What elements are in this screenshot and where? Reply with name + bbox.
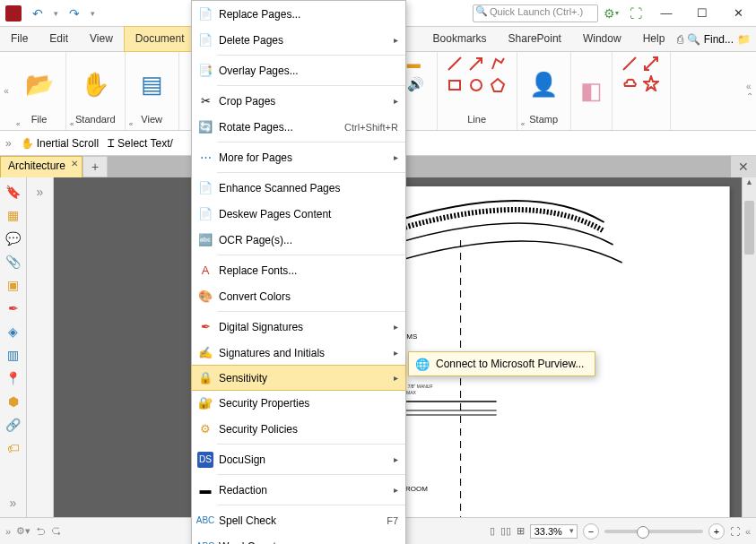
menu-rotate-pages[interactable]: 🔄Rotate Pages...Ctrl+Shift+R	[192, 114, 405, 140]
menu-sensitivity[interactable]: 🔒Sensitivity▸	[191, 365, 406, 391]
fields-icon[interactable]: ▣	[4, 276, 22, 294]
scrollbar-thumb[interactable]	[744, 201, 754, 255]
menu-document[interactable]: Document	[124, 26, 196, 52]
quick-launch-input[interactable]: Quick Launch (Ctrl+.)	[473, 4, 598, 22]
menu-security-policies[interactable]: ⚙Security Policies	[192, 416, 405, 442]
toolstrip-chevron[interactable]: »	[5, 137, 12, 150]
circle-icon[interactable]	[468, 77, 484, 93]
arrow-icon[interactable]	[468, 56, 484, 72]
options-chevron[interactable]: »	[31, 183, 49, 201]
sb-fit-icon[interactable]: ⛶	[730, 526, 740, 537]
ui-options-icon[interactable]: ⚙▾	[601, 4, 621, 23]
menu-word-count[interactable]: ABCWord Count	[192, 533, 405, 544]
menu-spell-check[interactable]: ABCSpell CheckF7	[192, 507, 405, 533]
menu-replace-fonts[interactable]: AReplace Fonts...	[192, 257, 405, 283]
sb-nav-next[interactable]: ⮎	[51, 526, 61, 537]
maximize-button[interactable]: ☐	[684, 1, 720, 26]
nav-prev-icon[interactable]: ⎙	[677, 33, 683, 46]
find-label[interactable]: Find...	[704, 33, 734, 46]
expand-icon[interactable]: ⛶	[626, 4, 646, 23]
menu-security-properties[interactable]: 🔐Security Properties	[192, 390, 405, 416]
zoom-slider[interactable]	[604, 530, 703, 533]
pencil-line-icon[interactable]	[621, 56, 638, 72]
ribbon-collapse[interactable]: «⌃	[743, 52, 756, 130]
menu-deskew[interactable]: 📄Deskew Pages Content	[192, 201, 405, 227]
minimize-button[interactable]: —	[648, 1, 684, 26]
ribbon-group-stamp[interactable]: 👤 Stamp «	[517, 52, 571, 130]
sb-layout1-icon[interactable]: ▯	[490, 525, 495, 537]
thumbnails-icon[interactable]: ▦	[4, 206, 22, 224]
sb-options[interactable]: »	[5, 526, 11, 537]
more-panels[interactable]: »	[4, 494, 22, 512]
links-icon[interactable]: 🔗	[4, 416, 22, 434]
redo-button[interactable]: ↷	[64, 4, 85, 22]
content-icon[interactable]: ▥	[4, 346, 22, 364]
menu-delete-pages[interactable]: 📄Delete Pages▸	[192, 27, 405, 53]
ribbon-group-file[interactable]: 📂 File «	[13, 52, 66, 130]
menu-more-for-pages[interactable]: ⋯More for Pages▸	[192, 144, 405, 170]
burst-icon[interactable]	[643, 75, 659, 91]
new-tab-button[interactable]: +	[83, 156, 108, 177]
sb-gear-icon[interactable]: ⚙▾	[16, 525, 30, 537]
undo-button[interactable]: ↶	[27, 4, 48, 22]
line-icon[interactable]	[447, 56, 463, 72]
search-icon[interactable]: 🔍	[687, 33, 700, 46]
submenu-connect-purview[interactable]: 🌐 Connect to Microsoft Purview...	[409, 352, 595, 376]
menu-overlay-pages[interactable]: 📑Overlay Pages...	[192, 57, 405, 83]
audio-icon[interactable]: 🔊	[407, 76, 424, 92]
menu-sharepoint[interactable]: SharePoint	[498, 27, 572, 51]
zoom-dropdown[interactable]: 33.3%	[530, 524, 578, 539]
polygon-open-icon[interactable]	[490, 56, 506, 72]
ribbon-group-shapes2[interactable]	[613, 52, 671, 130]
comments-icon[interactable]: 💬	[4, 229, 22, 247]
menu-window[interactable]: Window	[572, 27, 632, 51]
close-all-tabs[interactable]: ✕	[731, 156, 756, 177]
bookmark-icon[interactable]: 🔖	[4, 183, 22, 201]
select-text-button[interactable]: Ꮖ Select Text/	[108, 137, 173, 150]
ribbon-group-eraser[interactable]: ◧	[571, 52, 613, 130]
redo-dropdown[interactable]: ▾	[85, 7, 100, 20]
document-tab[interactable]: Architecture ✕	[0, 156, 83, 177]
ribbon-group-line[interactable]: Line	[438, 52, 517, 130]
menu-bookmarks[interactable]: Bookmarks	[422, 27, 498, 51]
inertial-scroll-button[interactable]: ✋ Inertial Scroll	[21, 137, 99, 150]
menu-file[interactable]: File	[0, 27, 39, 51]
rect-icon[interactable]	[447, 77, 463, 93]
menu-docusign[interactable]: DSDocuSign▸	[192, 446, 405, 472]
ribbon-group-standard[interactable]: ✋ Standard «	[66, 52, 126, 130]
sb-more[interactable]: «	[745, 526, 751, 537]
pentagon-icon[interactable]	[490, 77, 506, 93]
menu-crop-pages[interactable]: ✂Crop Pages▸	[192, 88, 405, 114]
menu-edit[interactable]: Edit	[39, 27, 79, 51]
tags-icon[interactable]: 🏷	[4, 439, 22, 457]
3d-icon[interactable]: ⬢	[4, 393, 22, 410]
sb-layout3-icon[interactable]: ⊞	[517, 525, 525, 537]
attachments-icon[interactable]: 📎	[4, 253, 22, 271]
ribbon-scroll-left[interactable]: «	[0, 52, 13, 130]
menu-digital-signatures[interactable]: ✒Digital Signatures▸	[192, 314, 405, 340]
cloud-icon[interactable]	[621, 75, 638, 91]
menu-ocr[interactable]: 🔤OCR Page(s)...	[192, 227, 405, 253]
sb-nav-prev[interactable]: ⮌	[36, 526, 46, 537]
undo-dropdown[interactable]: ▾	[48, 7, 64, 20]
menu-view[interactable]: View	[79, 27, 124, 51]
menu-enhance-scanned[interactable]: 📄Enhance Scanned Pages	[192, 175, 405, 201]
menu-replace-pages[interactable]: 📄Replace Pages...	[192, 1, 405, 27]
menu-signatures-initials[interactable]: ✍Signatures and Initials▸	[192, 340, 405, 366]
signatures-icon[interactable]: ✒	[4, 299, 22, 317]
zoom-out-button[interactable]: −	[583, 523, 599, 540]
find-folder-icon[interactable]: 📁	[737, 33, 751, 46]
double-arrow-icon[interactable]	[643, 56, 659, 72]
tab-close-icon[interactable]: ✕	[71, 159, 78, 168]
destinations-icon[interactable]: 📍	[4, 369, 22, 387]
highlight-icon[interactable]: ▬	[407, 56, 424, 71]
menu-help[interactable]: Help	[632, 27, 676, 51]
sb-layout2-icon[interactable]: ▯▯	[500, 525, 511, 537]
menu-convert-colors[interactable]: 🎨Convert Colors	[192, 283, 405, 309]
layers-icon[interactable]: ◈	[4, 323, 22, 341]
close-button[interactable]: ✕	[720, 1, 756, 26]
menu-redaction[interactable]: ▬Redaction▸	[192, 477, 405, 503]
zoom-in-button[interactable]: +	[708, 523, 725, 540]
vertical-scrollbar[interactable]: ▲	[742, 177, 756, 517]
ribbon-group-view[interactable]: ▤ View «	[126, 52, 179, 130]
